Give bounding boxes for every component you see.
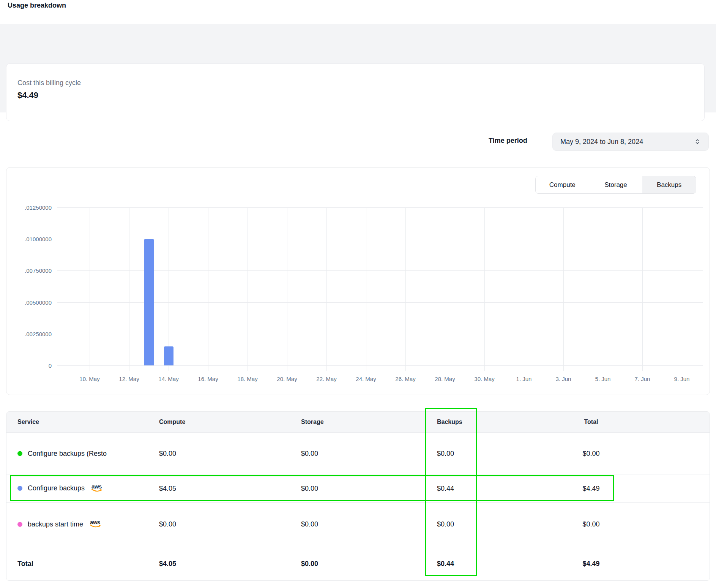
service-name: Configure backups (Resto xyxy=(28,449,107,457)
total-row-label: Total xyxy=(17,560,33,567)
gridline-horizontal xyxy=(57,239,703,239)
usage-chart-card: Compute Storage Backups .01250000.010000… xyxy=(6,167,710,395)
table-row: Configure backups (Resto $0.00 $0.00 $0.… xyxy=(6,433,710,474)
aws-logo: aws xyxy=(91,484,104,493)
total-storage: $0.00 xyxy=(301,560,318,567)
x-axis-tick-label: 24. May xyxy=(346,376,386,382)
gridline-vertical xyxy=(129,207,129,371)
service-name: Configure backups xyxy=(28,484,85,492)
page-title: Usage breakdown xyxy=(8,2,66,9)
x-axis-tick-label: 16. May xyxy=(188,376,228,382)
series-dot-blue xyxy=(17,486,22,491)
column-header-service: Service xyxy=(17,419,39,425)
gridline-horizontal xyxy=(57,302,703,303)
x-axis-tick-label: 14. May xyxy=(149,376,188,382)
x-axis-tick-label: 9. Jun xyxy=(662,376,702,382)
total-cost: $0.00 xyxy=(553,520,629,528)
chart-bar xyxy=(164,346,173,365)
backups-cost: $0.44 xyxy=(437,484,454,492)
gridline-vertical xyxy=(326,207,327,371)
gridline-vertical xyxy=(682,207,682,371)
y-axis-tick-label: .00250000 xyxy=(10,330,52,337)
x-axis-tick-label: 7. Jun xyxy=(623,376,662,382)
gridline-vertical xyxy=(90,207,90,371)
gridline-horizontal xyxy=(57,365,703,366)
billing-cycle-cost-label: Cost this billing cycle xyxy=(17,79,81,87)
x-axis-tick-label: 30. May xyxy=(465,376,504,382)
total-total: $4.49 xyxy=(553,560,629,567)
gridline-vertical xyxy=(248,207,248,371)
gridline-horizontal xyxy=(57,270,703,271)
column-header-total: Total xyxy=(553,419,629,425)
backups-cost: $0.00 xyxy=(437,449,454,457)
gridline-vertical xyxy=(405,207,406,371)
storage-cost: $0.00 xyxy=(301,449,318,457)
gridline-vertical xyxy=(603,207,603,371)
column-header-backups: Backups xyxy=(437,419,462,425)
time-period-label: Time period xyxy=(489,137,527,145)
table-total-row: Total $4.05 $0.00 $0.44 $4.49 xyxy=(6,546,710,581)
chart-bar xyxy=(144,239,154,365)
backups-cost: $0.00 xyxy=(437,520,454,528)
x-axis-tick-label: 18. May xyxy=(228,376,267,382)
usage-breakdown-page: Usage breakdown Cost this billing cycle … xyxy=(0,0,716,588)
aws-logo: aws xyxy=(90,520,103,529)
storage-cost: $0.00 xyxy=(301,520,318,528)
aws-swoosh-icon xyxy=(91,488,104,493)
total-backups: $0.44 xyxy=(437,560,454,567)
y-axis-tick-label: 0 xyxy=(10,362,52,369)
gridline-horizontal xyxy=(57,334,703,334)
chevron-up-down-icon xyxy=(694,138,701,145)
x-axis-tick-label: 10. May xyxy=(70,376,109,382)
time-period-select[interactable]: May 9, 2024 to Jun 8, 2024 xyxy=(552,133,709,151)
y-axis-tick-label: .01250000 xyxy=(10,204,52,211)
total-compute: $4.05 xyxy=(159,560,176,567)
gridline-vertical xyxy=(484,207,485,371)
bar-chart-plot: .01250000.01000000.00750000.00500000.002… xyxy=(6,168,710,395)
x-axis-tick-label: 3. Jun xyxy=(544,376,583,382)
y-axis-tick-label: .00500000 xyxy=(10,299,52,305)
x-axis-tick-label: 20. May xyxy=(267,376,307,382)
usage-table: Service Compute Storage Backups Total Co… xyxy=(6,411,710,581)
compute-cost: $4.05 xyxy=(159,484,176,492)
column-header-compute: Compute xyxy=(159,419,185,425)
x-axis-tick-label: 26. May xyxy=(386,376,425,382)
gridline-vertical xyxy=(208,207,208,371)
series-dot-green xyxy=(17,451,22,456)
time-period-value: May 9, 2024 to Jun 8, 2024 xyxy=(560,138,694,146)
aws-swoosh-icon xyxy=(90,524,102,529)
gridline-vertical xyxy=(287,207,287,371)
x-axis-tick-label: 1. Jun xyxy=(504,376,544,382)
gridline-vertical xyxy=(366,207,366,371)
gridline-vertical xyxy=(563,207,564,371)
gridline-horizontal xyxy=(57,207,703,208)
x-axis-tick-label: 28. May xyxy=(425,376,465,382)
gridline-vertical xyxy=(642,207,643,371)
summary-section: Cost this billing cycle $4.49 xyxy=(0,24,716,112)
storage-cost: $0.00 xyxy=(301,484,318,492)
compute-cost: $0.00 xyxy=(159,520,176,528)
table-row: Configure backups aws $4.05 $0.00 $0.44 … xyxy=(6,474,710,503)
y-axis-tick-label: .01000000 xyxy=(10,236,52,242)
table-header-row: Service Compute Storage Backups Total xyxy=(6,412,710,433)
billing-cycle-cost-card: Cost this billing cycle $4.49 xyxy=(6,63,705,121)
billing-cycle-cost-value: $4.49 xyxy=(17,90,38,100)
total-cost: $0.00 xyxy=(553,449,629,457)
y-axis-tick-label: .00750000 xyxy=(10,267,52,274)
gridline-vertical xyxy=(445,207,445,371)
series-dot-pink xyxy=(17,522,22,527)
total-cost: $4.49 xyxy=(553,484,629,492)
column-header-storage: Storage xyxy=(301,419,324,425)
gridline-vertical xyxy=(524,207,524,371)
table-row: backups start time aws $0.00 $0.00 $0.00… xyxy=(6,503,710,546)
x-axis-tick-label: 5. Jun xyxy=(583,376,623,382)
x-axis-tick-label: 22. May xyxy=(307,376,346,382)
service-name: backups start time xyxy=(28,520,83,528)
x-axis-tick-label: 12. May xyxy=(109,376,149,382)
compute-cost: $0.00 xyxy=(159,449,176,457)
